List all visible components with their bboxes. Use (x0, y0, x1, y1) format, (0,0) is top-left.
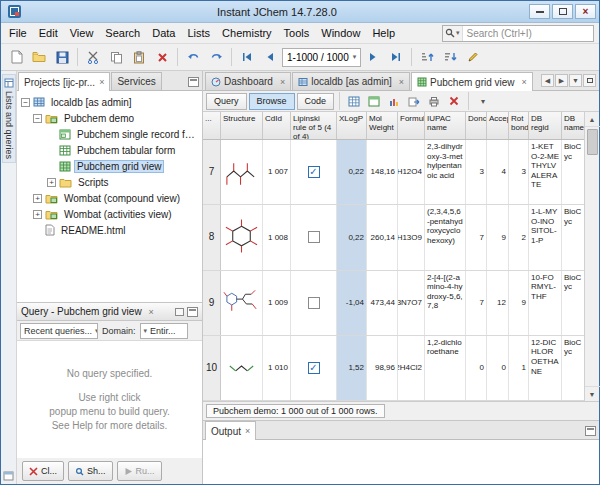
db-regid-cell[interactable]: 1-KETO-2-METHYLVALERATE (529, 140, 562, 204)
structure-cell[interactable] (221, 271, 263, 335)
db-regid-cell[interactable]: 10-FORMYL-THF (529, 271, 562, 335)
structure-cell[interactable] (221, 140, 263, 204)
next-record-icon[interactable] (362, 46, 384, 68)
tab-close-icon[interactable]: × (99, 77, 104, 87)
donors-cell[interactable]: 7 (466, 205, 487, 269)
vertical-scrollbar[interactable]: ▲ ▼ (584, 112, 599, 401)
output-console[interactable] (203, 440, 599, 484)
row-number[interactable]: 9 (203, 271, 221, 335)
rot-bonds-cell[interactable]: 3 (509, 140, 529, 204)
paste-icon[interactable] (128, 46, 150, 68)
export-icon[interactable] (405, 93, 423, 110)
maximize-editor-icon[interactable] (583, 74, 596, 87)
first-record-icon[interactable] (236, 46, 258, 68)
collapse-icon[interactable]: − (21, 98, 30, 107)
column-header-iupac-name[interactable]: IUPAC name (425, 112, 466, 139)
tab-pubchem-grid-view[interactable]: Pubchem grid view × (411, 72, 533, 91)
mol-weight-cell[interactable]: 260,14 (367, 205, 398, 269)
menu-lists[interactable]: Lists (181, 24, 216, 42)
open-project-icon[interactable] (28, 46, 50, 68)
sort-ascending-icon[interactable] (416, 46, 438, 68)
rot-bonds-cell[interactable]: 2 (509, 205, 529, 269)
tab-projects[interactable]: Projects [ijc-pr... × (18, 72, 110, 91)
db-name-cell[interactable]: BioCyc (562, 271, 584, 335)
title-bar[interactable]: Instant JChem 14.7.28.0 × (1, 1, 599, 23)
query-mode-button[interactable]: Query (206, 93, 247, 110)
formula-cell[interactable]: H12O4 (398, 140, 425, 204)
lipinski-checkbox[interactable] (308, 297, 320, 309)
collapse-icon[interactable]: − (33, 114, 42, 123)
scroll-tabs-left-icon[interactable]: ◀ (541, 74, 554, 87)
tab-close-icon[interactable]: × (245, 426, 250, 436)
cdid-cell[interactable]: 1 008 (263, 205, 291, 269)
lipinski-cell[interactable] (291, 205, 337, 269)
more-actions-dropdown-icon[interactable]: ▾ (474, 93, 492, 110)
column-header-xlogp[interactable]: XLogP (337, 112, 367, 139)
lipinski-cell[interactable]: ✓ (291, 140, 337, 204)
quick-search-input[interactable]: ▾ Search (Ctrl+I) (442, 25, 594, 42)
tree-item-pubchem-single-record-form[interactable]: Pubchem single record form (17, 126, 202, 142)
previous-record-icon[interactable] (259, 46, 281, 68)
show-query-button[interactable]: Sh... (68, 461, 113, 481)
tree-item-wombat-activities-view[interactable]: + Wombat (activities view) (17, 206, 202, 222)
rail-bottom-tab[interactable] (3, 471, 14, 481)
undo-icon[interactable] (182, 46, 204, 68)
lipinski-checkbox[interactable]: ✓ (308, 166, 320, 178)
record-range-dropdown-icon[interactable]: ▾ (353, 53, 357, 61)
tab-dashboard[interactable]: Dashboard × (205, 72, 291, 90)
column-header-rownum[interactable]: ... (203, 112, 221, 139)
column-header-structure[interactable]: Structure (221, 112, 263, 139)
mol-weight-cell[interactable]: 148,16 (367, 140, 398, 204)
scroll-up-icon[interactable]: ▲ (585, 112, 600, 127)
cdid-cell[interactable]: 1 010 (263, 336, 291, 400)
scrollbar-thumb[interactable] (587, 129, 598, 155)
acceptors-cell[interactable]: 12 (487, 271, 509, 335)
column-header-acceptors[interactable]: Accept (487, 112, 509, 139)
menu-tools[interactable]: Tools (278, 24, 316, 42)
db-name-cell[interactable]: BioCyc (562, 336, 584, 400)
tab-localdb[interactable]: localdb [as admin] × (292, 72, 410, 90)
minimize-button[interactable] (529, 4, 550, 19)
tree-item-scripts[interactable]: + Scripts (17, 174, 202, 190)
acceptors-cell[interactable]: 0 (487, 336, 509, 400)
clear-query-button[interactable]: Cl... (22, 461, 64, 481)
column-header-db-regid[interactable]: DB regid (529, 112, 562, 139)
redo-icon[interactable] (205, 46, 227, 68)
minimize-panel-icon[interactable] (585, 426, 596, 436)
tab-services[interactable]: Services (111, 72, 161, 90)
db-name-cell[interactable]: BioCyc (562, 205, 584, 269)
minimize-panel-icon[interactable] (188, 77, 199, 87)
formula-cell[interactable]: 3N7O7 (398, 271, 425, 335)
iupac-name-cell[interactable]: (2,3,4,5,6-pentahydroxycyclohexoxy) (425, 205, 466, 269)
tree-item-localdb[interactable]: − localdb [as admin] (17, 94, 202, 110)
scroll-down-icon[interactable]: ▼ (585, 386, 600, 401)
db-regid-cell[interactable]: 1-L-MYO-INOSITOL-1-P (529, 205, 562, 269)
run-query-button[interactable]: Ru... (117, 461, 162, 481)
last-record-icon[interactable] (385, 46, 407, 68)
xlogp-cell[interactable]: -1,04 (337, 271, 367, 335)
scroll-tabs-right-icon[interactable]: ▶ (555, 74, 568, 87)
query-panel-header[interactable]: Query - Pubchem grid view × (17, 303, 202, 321)
menu-view[interactable]: View (64, 24, 100, 42)
tab-output[interactable]: Output × (205, 421, 256, 440)
donors-cell[interactable]: 3 (466, 140, 487, 204)
column-header-mol-weight[interactable]: Mol Weight (367, 112, 398, 139)
recent-queries-dropdown[interactable]: Recent queries... ▾ (20, 323, 98, 339)
rot-bonds-cell[interactable]: 9 (509, 271, 529, 335)
tree-item-pubchem-demo[interactable]: − Pubchem demo (17, 110, 202, 126)
cut-icon[interactable] (82, 46, 104, 68)
column-header-rot-bonds[interactable]: Rot bonds (509, 112, 529, 139)
column-header-formula[interactable]: Formul (398, 112, 425, 139)
new-file-icon[interactable] (5, 46, 27, 68)
sort-descending-icon[interactable] (439, 46, 461, 68)
copy-icon[interactable] (105, 46, 127, 68)
tree-item-wombat-compound-view[interactable]: + Wombat (compound view) (17, 190, 202, 206)
column-header-cdid[interactable]: CdId (263, 112, 291, 139)
query-panel-close-icon[interactable]: × (149, 307, 154, 317)
menu-chemistry[interactable]: Chemistry (216, 24, 278, 42)
expand-icon[interactable]: + (33, 194, 42, 203)
record-range-combobox[interactable]: 1-1000 / 1000 ▾ (282, 48, 361, 67)
edit-icon[interactable] (462, 46, 484, 68)
iupac-name-cell[interactable]: 2-[4-[(2-amino-4-hydroxy-5,6,7,8 (425, 271, 466, 335)
donors-cell[interactable]: 0 (466, 336, 487, 400)
